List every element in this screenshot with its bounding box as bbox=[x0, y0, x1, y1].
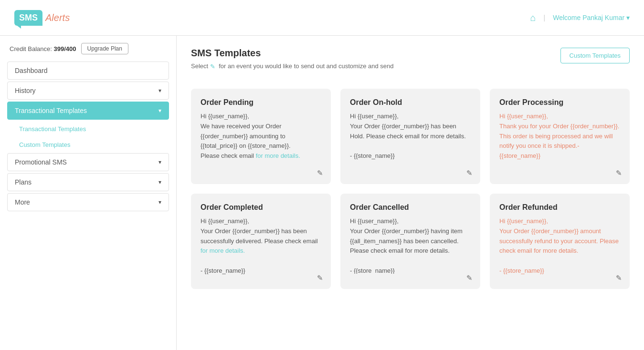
sidebar-item-dashboard[interactable]: Dashboard bbox=[7, 62, 169, 80]
card-title: Order On-hold bbox=[350, 98, 471, 107]
sidebar-item-history[interactable]: History ▾ bbox=[7, 82, 169, 100]
card-order-onhold: Order On-hold Hi {{user_name}}, Your Ord… bbox=[340, 89, 480, 184]
welcome-user[interactable]: Welcome Pankaj Kumar ▾ bbox=[553, 14, 630, 21]
sidebar-item-plans[interactable]: Plans ▾ bbox=[7, 173, 169, 191]
layout: Credit Balance: 399/400 Upgrade Plan Das… bbox=[0, 36, 644, 350]
nav-separator: | bbox=[544, 14, 546, 21]
edit-template-icon[interactable]: ✎ bbox=[466, 169, 473, 177]
logo-sms: SMS bbox=[14, 10, 42, 26]
top-right-area: ⌂ | Welcome Pankaj Kumar ▾ bbox=[530, 12, 630, 23]
card-title: Order Processing bbox=[499, 98, 620, 107]
sidebar-subitem-custom-templates[interactable]: Custom Templates bbox=[12, 137, 169, 152]
page-subtitle: Select ✎ for an event you would like to … bbox=[191, 62, 394, 70]
logo-area: SMS Alerts bbox=[14, 10, 70, 26]
card-title: Order Refunded bbox=[499, 203, 620, 212]
credit-info: Credit Balance: 399/400 Upgrade Plan bbox=[7, 43, 169, 54]
sidebar-item-transactional-templates[interactable]: Transactional Templates ▾ bbox=[7, 102, 169, 120]
home-icon[interactable]: ⌂ bbox=[530, 12, 536, 23]
chevron-down-icon: ▾ bbox=[158, 87, 161, 94]
sidebar-subitem-transactional-templates[interactable]: Transactional Templates bbox=[12, 122, 169, 136]
logo-sms-text: SMS bbox=[19, 13, 38, 22]
credit-label: Credit Balance: 399/400 bbox=[10, 45, 76, 52]
card-title: Order Completed bbox=[201, 203, 321, 212]
top-bar: SMS Templates Select ✎ for an event you … bbox=[191, 48, 630, 79]
top-nav: SMS Alerts ⌂ | Welcome Pankaj Kumar ▾ bbox=[0, 0, 644, 36]
card-title: Order Pending bbox=[201, 98, 321, 107]
custom-templates-button[interactable]: Custom Templates bbox=[560, 48, 630, 63]
edit-template-icon[interactable]: ✎ bbox=[317, 169, 323, 177]
card-title: Order Cancelled bbox=[350, 203, 471, 212]
card-body[interactable]: Hi {{user_name}}, Your Order {{order_num… bbox=[350, 216, 471, 274]
edit-template-icon[interactable]: ✎ bbox=[466, 274, 473, 282]
card-body: Hi {{user_name}}, We have received your … bbox=[201, 112, 321, 175]
card-order-pending: Order Pending Hi {{user_name}}, We have … bbox=[191, 89, 331, 184]
edit-template-icon[interactable]: ✎ bbox=[616, 169, 622, 177]
card-order-cancelled: Order Cancelled Hi {{user_name}}, Your O… bbox=[340, 194, 480, 289]
edit-icon: ✎ bbox=[210, 63, 217, 70]
card-order-refunded: Order Refunded Hi {{user_name}}, Your Or… bbox=[490, 194, 630, 289]
logo-alerts-text: Alerts bbox=[45, 12, 70, 23]
chevron-down-icon: ▾ bbox=[158, 179, 161, 185]
card-body: Hi {{user_name}}, Your Order {{order_num… bbox=[350, 112, 471, 175]
chevron-down-icon: ▾ bbox=[158, 159, 161, 165]
edit-template-icon[interactable]: ✎ bbox=[317, 274, 323, 282]
sidebar-item-more[interactable]: More ▾ bbox=[7, 193, 169, 211]
chevron-down-icon: ▾ bbox=[158, 107, 161, 114]
page-title: SMS Templates bbox=[191, 48, 394, 59]
upgrade-plan-button[interactable]: Upgrade Plan bbox=[81, 43, 128, 54]
main-content: SMS Templates Select ✎ for an event you … bbox=[177, 36, 644, 350]
chevron-down-icon: ▾ bbox=[158, 199, 161, 206]
sidebar-item-promotional-sms[interactable]: Promotional SMS ▾ bbox=[7, 153, 169, 171]
card-order-completed: Order Completed Hi {{user_name}}, Your O… bbox=[191, 194, 331, 289]
card-order-processing: Order Processing Hi {{user_name}}, Thank… bbox=[490, 89, 630, 184]
title-area: SMS Templates Select ✎ for an event you … bbox=[191, 48, 394, 79]
card-body: Hi {{user_name}}, Your Order {{order_num… bbox=[499, 216, 620, 279]
card-body: Hi {{user_name}}, Your Order {{order_num… bbox=[201, 216, 321, 279]
templates-grid: Order Pending Hi {{user_name}}, We have … bbox=[191, 89, 630, 289]
sidebar: Credit Balance: 399/400 Upgrade Plan Das… bbox=[0, 36, 177, 350]
edit-template-icon[interactable]: ✎ bbox=[616, 274, 622, 282]
card-body: Hi {{user_name}}, Thank you for your Ord… bbox=[499, 112, 620, 175]
